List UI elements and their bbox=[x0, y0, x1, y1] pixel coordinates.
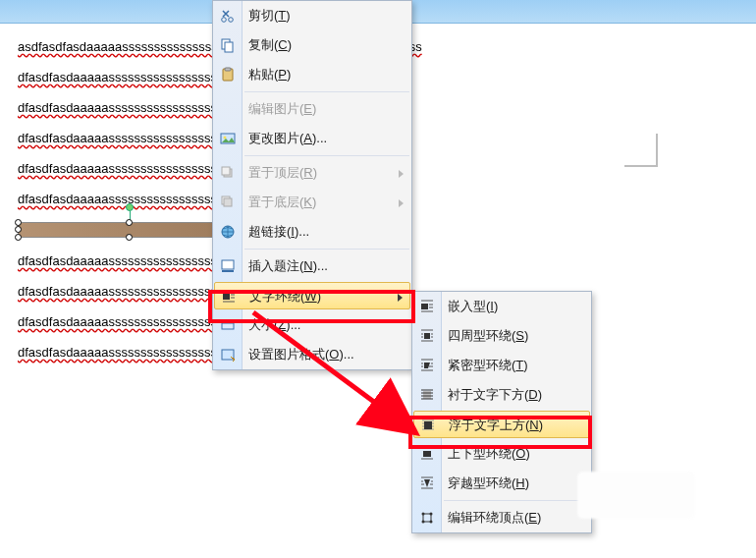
submenu-arrow-icon bbox=[399, 170, 404, 178]
menu-item-label: 更改图片(A)... bbox=[248, 131, 327, 145]
svg-rect-23 bbox=[423, 514, 431, 522]
menu-item-label: 嵌入型(I) bbox=[448, 299, 498, 313]
copy-icon bbox=[219, 36, 237, 54]
svg-rect-21 bbox=[424, 421, 432, 429]
menu-item-label: 穿越型环绕(H) bbox=[448, 475, 529, 490]
text-wrap-icon bbox=[220, 288, 238, 306]
menu-item-cut[interactable]: 剪切(T) bbox=[213, 1, 411, 30]
svg-point-24 bbox=[422, 513, 425, 516]
menu-item-label: 编辑环绕顶点(E) bbox=[448, 510, 541, 525]
menu-item-label: 编辑图片(E) bbox=[248, 101, 316, 116]
watermark-blur bbox=[577, 472, 695, 519]
menu-item-edit-picture: 编辑图片(E) bbox=[213, 94, 411, 124]
wrap-square[interactable]: 四周型环绕(S) bbox=[412, 321, 591, 351]
edit-picture-icon bbox=[219, 100, 237, 118]
menu-item-label: 文字环绕(W) bbox=[249, 289, 321, 304]
menu-item-label: 超链接(I)... bbox=[248, 224, 309, 239]
wrap-behind-icon bbox=[418, 386, 436, 404]
svg-rect-3 bbox=[225, 42, 233, 52]
svg-point-26 bbox=[422, 521, 425, 524]
menu-item-insert-caption[interactable]: 插入题注(N)... bbox=[213, 251, 411, 281]
wrap-topbottom-icon bbox=[418, 445, 436, 463]
wrap-through-icon bbox=[418, 474, 436, 492]
svg-rect-11 bbox=[224, 198, 232, 206]
menu-item-label: 插入题注(N)... bbox=[248, 258, 328, 273]
svg-point-0 bbox=[222, 18, 227, 23]
svg-point-1 bbox=[229, 18, 234, 23]
menu-item-bring-to-front: 置于顶层(R) bbox=[213, 158, 411, 188]
resize-handle[interactable] bbox=[126, 219, 133, 226]
wrap-tight-icon bbox=[418, 357, 436, 374]
submenu-arrow-icon bbox=[398, 294, 403, 302]
menu-item-size[interactable]: 大小(Z)... bbox=[213, 310, 411, 340]
menu-item-label: 四周型环绕(S) bbox=[448, 328, 528, 343]
wrap-behind-text[interactable]: 衬于文字下方(D) bbox=[412, 380, 591, 410]
wrap-edit-points[interactable]: 编辑环绕顶点(E) bbox=[412, 503, 591, 532]
menu-item-copy[interactable]: 复制(C) bbox=[213, 30, 411, 60]
svg-rect-16 bbox=[222, 323, 234, 329]
menu-item-change-picture[interactable]: 更改图片(A)... bbox=[213, 124, 411, 153]
resize-handle[interactable] bbox=[15, 226, 22, 233]
wrap-tight[interactable]: 紧密型环绕(T) bbox=[412, 351, 591, 380]
menu-item-label: 设置图片格式(O)... bbox=[248, 347, 354, 362]
text-wrapping-submenu: 嵌入型(I) 四周型环绕(S) 紧密型环绕(T) 衬于文字下方(D) 浮于文字上… bbox=[411, 291, 592, 533]
menu-item-send-to-back: 置于底层(K) bbox=[213, 188, 411, 217]
resize-handle[interactable] bbox=[15, 234, 22, 241]
menu-separator bbox=[244, 249, 409, 250]
page-corner-marker bbox=[624, 134, 658, 167]
menu-item-hyperlink[interactable]: 超链接(I)... bbox=[213, 217, 411, 247]
send-back-icon bbox=[219, 194, 237, 211]
svg-rect-15 bbox=[223, 294, 230, 300]
menu-separator bbox=[244, 91, 409, 92]
svg-rect-19 bbox=[424, 333, 430, 339]
menu-item-label: 浮于文字上方(N) bbox=[449, 418, 543, 432]
menu-item-text-wrapping[interactable]: 文字环绕(W) bbox=[214, 282, 410, 309]
menu-item-label: 大小(Z)... bbox=[248, 317, 300, 332]
svg-rect-20 bbox=[423, 391, 431, 399]
change-picture-icon bbox=[219, 130, 237, 147]
cut-icon bbox=[219, 7, 237, 25]
bring-front-icon bbox=[219, 164, 237, 182]
svg-rect-18 bbox=[421, 304, 428, 309]
menu-item-label: 置于顶层(R) bbox=[248, 165, 317, 180]
svg-rect-5 bbox=[225, 68, 231, 71]
menu-item-label: 复制(C) bbox=[248, 37, 292, 52]
menu-item-label: 紧密型环绕(T) bbox=[448, 358, 528, 372]
svg-rect-9 bbox=[222, 167, 230, 175]
menu-separator bbox=[444, 500, 589, 501]
selected-image[interactable] bbox=[18, 222, 242, 238]
menu-item-label: 粘贴(P) bbox=[248, 67, 291, 82]
menu-separator bbox=[244, 155, 409, 156]
svg-rect-13 bbox=[222, 260, 234, 269]
resize-handle[interactable] bbox=[15, 219, 22, 226]
paste-icon bbox=[219, 66, 237, 84]
context-menu: 剪切(T) 复制(C) 粘贴(P) 编辑图片(E) 更改图片(A)... 置于顶… bbox=[212, 0, 412, 370]
menu-item-label: 上下型环绕(O) bbox=[448, 446, 530, 461]
resize-handle[interactable] bbox=[126, 234, 133, 241]
hyperlink-icon bbox=[219, 223, 237, 241]
svg-rect-14 bbox=[222, 270, 234, 272]
menu-item-paste[interactable]: 粘贴(P) bbox=[213, 60, 411, 89]
menu-item-format-picture[interactable]: 设置图片格式(O)... bbox=[213, 340, 411, 369]
menu-item-label: 置于底层(K) bbox=[248, 195, 316, 209]
wrap-front-icon bbox=[419, 417, 437, 434]
menu-item-label: 衬于文字下方(D) bbox=[448, 387, 542, 402]
menu-item-label: 剪切(T) bbox=[248, 8, 291, 23]
format-picture-icon bbox=[219, 346, 237, 363]
wrap-inline-icon bbox=[418, 298, 436, 315]
caption-icon bbox=[219, 257, 237, 275]
wrap-inline[interactable]: 嵌入型(I) bbox=[412, 292, 591, 321]
wrap-through[interactable]: 穿越型环绕(H) bbox=[412, 469, 591, 498]
svg-point-25 bbox=[430, 513, 433, 516]
wrap-top-bottom[interactable]: 上下型环绕(O) bbox=[412, 439, 591, 469]
wrap-in-front-of-text[interactable]: 浮于文字上方(N) bbox=[413, 411, 590, 438]
submenu-arrow-icon bbox=[399, 199, 404, 207]
size-icon bbox=[219, 316, 237, 334]
svg-point-27 bbox=[430, 521, 433, 524]
svg-rect-22 bbox=[423, 451, 431, 457]
rotate-handle[interactable] bbox=[126, 203, 134, 211]
wrap-square-icon bbox=[418, 327, 436, 345]
edit-wrap-points-icon bbox=[418, 509, 436, 527]
